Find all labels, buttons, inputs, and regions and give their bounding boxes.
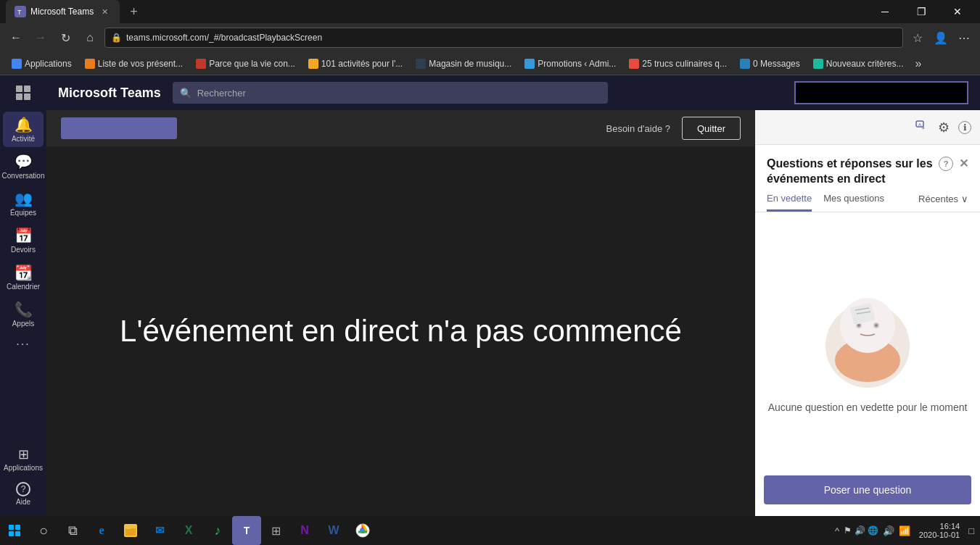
search-bar[interactable]: 🔍 Rechercher — [173, 82, 608, 104]
tray-icons: ⚑ 🔊 🌐 — [844, 525, 878, 536]
devoirs-icon: 📅 — [15, 227, 33, 244]
svg-rect-16 — [125, 528, 136, 536]
sidebar-label-activity: Activité — [12, 135, 35, 143]
taskbar-excel-button[interactable]: X — [174, 516, 203, 545]
network-icon[interactable]: 📶 — [899, 525, 910, 536]
sidebar-item-calls[interactable]: 📞 Appels — [3, 296, 44, 332]
bookmark-25trucs[interactable]: 25 trucs culinaires q... — [623, 55, 733, 72]
qa-content: Aucune question en vedette pour le momen… — [755, 212, 980, 475]
bookmark-liste[interactable]: Liste de vos présent... — [79, 55, 189, 72]
close-button[interactable]: ✕ — [941, 0, 974, 23]
address-bar[interactable]: 🔒 teams.microsoft.com/_#/broadcastPlayba… — [104, 28, 903, 48]
sidebar-label-applications: Applications — [4, 464, 43, 472]
maximize-button[interactable]: ❐ — [905, 0, 938, 23]
sidebar-item-applications[interactable]: ⊞ Applications — [3, 442, 44, 476]
help-link[interactable]: Besoin d'aide ? — [606, 123, 670, 134]
taskbar-chrome-button[interactable] — [348, 516, 377, 545]
taskbar-explorer-button[interactable] — [116, 516, 145, 545]
qa-translator-icon[interactable]: Aa — [915, 118, 929, 136]
settings-button[interactable]: ⋯ — [954, 28, 974, 48]
bookmark-icon-25trucs — [629, 59, 639, 69]
title-bar-left: T Microsoft Teams ✕ + — [6, 0, 142, 23]
applications-icon: ⊞ — [18, 446, 29, 462]
tab-en-vedette[interactable]: En vedette — [767, 193, 812, 212]
event-actions: Besoin d'aide ? Quitter — [606, 117, 741, 140]
qa-header-bar: Aa ⚙ ℹ — [755, 110, 980, 145]
qa-help-icon[interactable]: ? — [939, 157, 953, 171]
bookmark-parce[interactable]: Parce que la vie con... — [190, 55, 301, 72]
new-tab-button[interactable]: + — [125, 4, 142, 20]
clock-display[interactable]: 16:14 2020-10-01 — [915, 522, 964, 539]
event-message: L'événement en direct n'a pas commencé — [120, 312, 682, 351]
browser-toolbar: ← → ↻ ⌂ 🔒 teams.microsoft.com/_#/broadca… — [0, 23, 980, 52]
sidebar-item-activity[interactable]: 🔔 Activité — [3, 112, 44, 147]
taskbar-edge-button[interactable]: e — [87, 516, 116, 545]
tray-chevron[interactable]: ^ — [835, 525, 839, 536]
bookmarks-bar: Applications Liste de vos présent... Par… — [0, 52, 980, 75]
browser-tab[interactable]: T Microsoft Teams ✕ — [6, 0, 120, 23]
bookmark-promotions[interactable]: Promotions ‹ Admi... — [519, 55, 622, 72]
taskbar-outlook-button[interactable]: ✉ — [145, 516, 174, 545]
time-display: 16:14 — [919, 522, 960, 531]
bookmark-icon-magasin — [416, 59, 426, 69]
qa-title: Questions et réponses sur les événements… — [767, 157, 968, 187]
qa-close-icon[interactable]: ✕ — [959, 157, 968, 172]
bookmark-magasin[interactable]: Magasin de musiqu... — [410, 55, 517, 72]
forward-button[interactable]: → — [30, 28, 51, 48]
taskbar-word-button[interactable]: W — [319, 516, 348, 545]
more-icon: ··· — [16, 338, 30, 351]
quit-button[interactable]: Quitter — [682, 117, 741, 140]
qa-settings-icon[interactable]: ⚙ — [938, 120, 950, 136]
bookmark-applications[interactable]: Applications — [6, 55, 78, 72]
tab-title: Microsoft Teams — [30, 7, 94, 17]
back-button[interactable]: ← — [6, 28, 26, 48]
sidebar-item-grid[interactable] — [3, 81, 44, 104]
sidebar-label-conversation: Conversation — [2, 172, 45, 180]
bookmark-icon-parce — [196, 59, 206, 69]
taskbar-search-button[interactable]: ○ — [29, 516, 58, 545]
taskbar-onenote-button[interactable]: N — [290, 516, 319, 545]
favorites-button[interactable]: ☆ — [907, 28, 928, 48]
qa-info-icon[interactable]: ℹ — [958, 121, 971, 134]
notification-icon[interactable]: □ — [968, 525, 974, 536]
event-topbar: Besoin d'aide ? Quitter — [46, 110, 755, 146]
grid-icon — [16, 86, 30, 100]
taskbar-spotify-button[interactable]: ♪ — [203, 516, 232, 545]
bookmark-messages[interactable]: 0 Messages — [734, 55, 806, 72]
sidebar-item-more[interactable]: ··· — [3, 333, 44, 355]
tab-close-button[interactable]: ✕ — [98, 5, 111, 18]
bookmark-101[interactable]: 101 activités pour l'... — [302, 55, 408, 72]
bookmark-icon-promotions — [524, 59, 535, 69]
taskbar-taskview-button[interactable]: ⧉ — [58, 516, 87, 545]
sidebar-item-help[interactable]: ? Aide — [3, 478, 44, 510]
start-button[interactable] — [0, 516, 29, 545]
content-row: Besoin d'aide ? Quitter L'événement en d… — [46, 110, 980, 516]
sidebar-top: 🔔 Activité 💬 Conversation 👥 Équipes 📅 De… — [3, 81, 44, 439]
sidebar-item-devoirs[interactable]: 📅 Devoirs — [3, 222, 44, 258]
minimize-button[interactable]: ─ — [868, 0, 902, 23]
qa-tabs: En vedette Mes questions Récentes ∨ — [755, 187, 980, 212]
activity-icon: 🔔 — [15, 116, 33, 133]
sidebar-bottom: ⊞ Applications ? Aide — [3, 442, 44, 516]
header-input-field[interactable] — [794, 81, 968, 104]
volume-icon[interactable]: 🔊 — [883, 525, 894, 536]
windows-icon — [9, 525, 20, 536]
svg-text:A: A — [918, 122, 921, 127]
profile-button[interactable]: 👤 — [931, 28, 951, 48]
home-button[interactable]: ⌂ — [80, 28, 100, 48]
bookmark-nouveaux[interactable]: Nouveaux critères... — [807, 55, 910, 72]
sidebar-item-conversation[interactable]: 💬 Conversation — [3, 149, 44, 184]
bookmark-icon-messages — [740, 59, 750, 69]
teams-main: Microsoft Teams 🔍 Rechercher Besoin d'ai… — [46, 75, 980, 516]
sidebar-item-teams[interactable]: 👥 Équipes — [3, 186, 44, 221]
ask-question-button[interactable]: Poser une question — [764, 475, 971, 504]
qa-filter-dropdown[interactable]: Récentes ∨ — [918, 194, 968, 210]
teams-favicon: T — [15, 6, 26, 17]
taskbar-teams-button[interactable]: T — [232, 516, 261, 545]
more-bookmarks-button[interactable]: » — [910, 56, 926, 72]
sidebar-item-calendar[interactable]: 📆 Calendrier — [3, 259, 44, 295]
taskbar-calculator-button[interactable]: ⊞ — [261, 516, 290, 545]
sidebar-label-calls: Appels — [12, 320, 35, 328]
refresh-button[interactable]: ↻ — [55, 28, 75, 48]
tab-mes-questions[interactable]: Mes questions — [823, 193, 884, 212]
